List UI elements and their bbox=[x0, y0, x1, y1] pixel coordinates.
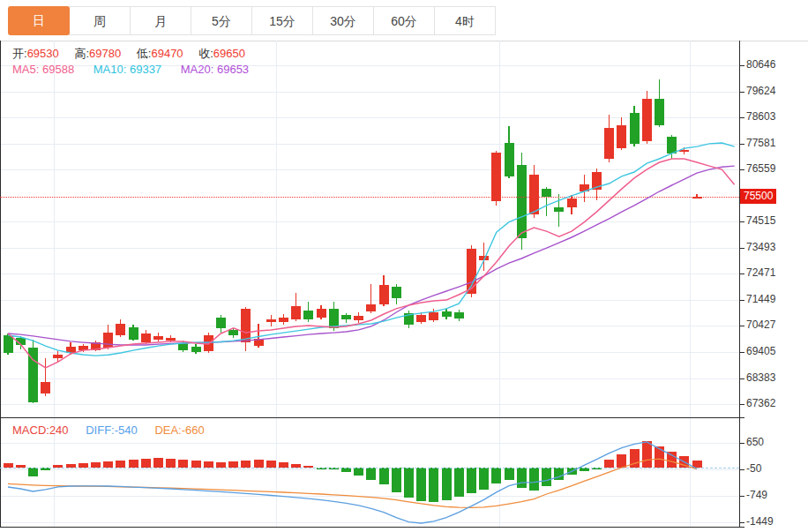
ma10-label: MA10: bbox=[94, 63, 127, 76]
tab-15min[interactable]: 15分 bbox=[251, 6, 313, 35]
tab-month[interactable]: 月 bbox=[130, 6, 191, 35]
macd-label: MACD: bbox=[12, 423, 49, 437]
ma-readout: MA5: 69588 MA10: 69337 MA20: 69653 bbox=[12, 63, 261, 76]
price-axis-label: 71449 bbox=[746, 293, 775, 305]
diff-label: DIFF: bbox=[86, 423, 115, 437]
dea-value: -660 bbox=[182, 423, 205, 437]
price-axis-label: 68383 bbox=[746, 371, 775, 384]
price-axis-label: 72471 bbox=[746, 266, 775, 279]
ma-lines bbox=[0, 41, 739, 417]
macd-axis-label: -749 bbox=[746, 489, 767, 501]
close-value: 69650 bbox=[213, 47, 245, 60]
dea-line bbox=[8, 459, 697, 507]
price-axis-label: 76559 bbox=[746, 162, 775, 175]
macd-axis-label: -50 bbox=[746, 462, 761, 475]
price-axis-label: 70427 bbox=[746, 318, 775, 331]
ma10-line bbox=[8, 143, 735, 356]
ma20-value: 69653 bbox=[217, 63, 249, 76]
price-axis-label: 69405 bbox=[746, 345, 775, 357]
diff-value: -540 bbox=[115, 423, 138, 437]
price-axis-label: 79624 bbox=[746, 85, 775, 97]
tab-30min[interactable]: 30分 bbox=[312, 6, 374, 35]
tab-4hour[interactable]: 4时 bbox=[434, 6, 496, 35]
ma10-value: 69337 bbox=[130, 63, 161, 76]
close-label: 收: bbox=[198, 47, 213, 60]
low-value: 69470 bbox=[151, 47, 183, 60]
ma20-line bbox=[8, 166, 735, 345]
tab-60min[interactable]: 60分 bbox=[373, 6, 435, 35]
tab-day[interactable]: 日 bbox=[8, 6, 70, 35]
price-axis-label: 78603 bbox=[746, 110, 775, 123]
low-label: 低: bbox=[137, 47, 152, 60]
period-tabbar: 日周月5分15分30分60分4时 bbox=[9, 6, 496, 35]
current-price-label: 75500 bbox=[740, 189, 776, 204]
ma5-label: MA5: bbox=[12, 63, 39, 76]
ma5-line bbox=[8, 159, 735, 368]
high-value: 69780 bbox=[89, 47, 121, 60]
dea-label: DEA: bbox=[154, 423, 181, 437]
high-label: 高: bbox=[74, 47, 89, 60]
kline-chart-app: 日周月5分15分30分60分4时 开:69530 高:69780 低:69470… bbox=[0, 0, 808, 532]
macd-axis-label: -1449 bbox=[746, 515, 774, 528]
ma20-label: MA20: bbox=[181, 63, 214, 76]
diff-line bbox=[8, 442, 697, 523]
open-label: 开: bbox=[12, 47, 27, 60]
tab-5min[interactable]: 5分 bbox=[191, 6, 252, 35]
macd-value: 240 bbox=[49, 423, 69, 437]
tab-week[interactable]: 周 bbox=[69, 6, 131, 35]
price-axis-label: 77581 bbox=[746, 137, 775, 149]
macd-bottom-border bbox=[0, 527, 744, 528]
open-value: 69530 bbox=[27, 47, 59, 60]
macd-readout: MACD:240 DIFF:-540 DEA:-660 bbox=[12, 423, 217, 437]
price-axis-label: 80646 bbox=[746, 58, 775, 71]
ma5-value: 69588 bbox=[42, 63, 74, 76]
price-axis-label: 74515 bbox=[746, 214, 775, 227]
price-axis-label: 73493 bbox=[746, 241, 775, 253]
macd-axis-label: 650 bbox=[746, 436, 764, 448]
price-axis-label: 67362 bbox=[746, 397, 775, 409]
plot-axis-border bbox=[739, 41, 740, 528]
ohlc-readout: 开:69530 高:69780 低:69470 收:69650 bbox=[12, 46, 258, 62]
